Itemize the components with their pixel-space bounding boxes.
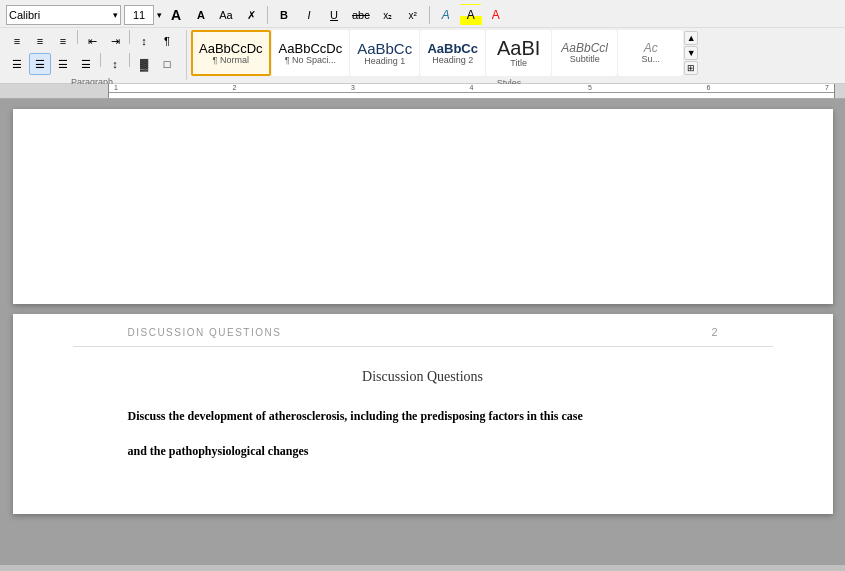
style-subtle[interactable]: Ac Su... (618, 30, 683, 76)
styles-group: AaBbCcDc ¶ Normal AaBbCcDc ¶ No Spaci...… (191, 30, 835, 80)
ribbon-row2: ≡ ≡ ≡ ⇤ ⇥ ↕ ¶ (0, 28, 845, 82)
ribbon: Calibri ▾ 11 ▾ A A Aa ✗ B I U abc x₂ x² … (0, 0, 845, 84)
para-divider2 (129, 30, 130, 44)
document-area: DISCUSSION QUESTIONS 2 Discussion Questi… (0, 99, 845, 565)
doc-body[interactable]: Discuss the development of atheroscleros… (73, 405, 773, 483)
eraser-icon: ✗ (247, 9, 256, 22)
align-left-button[interactable]: ☰ (6, 53, 28, 75)
paragraph-buttons: ≡ ≡ ≡ ⇤ ⇥ ↕ ¶ (6, 30, 178, 75)
clear-formatting-button[interactable]: ✗ (240, 4, 262, 26)
style-h2-label: Heading 2 (432, 55, 473, 65)
increase-indent-button[interactable]: ⇥ (104, 30, 126, 52)
ribbon-row1: Calibri ▾ 11 ▾ A A Aa ✗ B I U abc x₂ x² … (0, 0, 845, 28)
italic-button[interactable]: I (298, 4, 320, 26)
style-h1-label: Heading 1 (364, 56, 405, 66)
para-divider1 (77, 30, 78, 44)
body-bold-text: Discuss the development of atheroscleros… (128, 409, 583, 423)
style-heading1[interactable]: AaBbCc Heading 1 (350, 30, 419, 76)
show-formatting-button[interactable]: ¶ (156, 30, 178, 52)
font-name-box[interactable]: Calibri ▾ (6, 5, 121, 25)
body-paragraph-2: and the pathophysiological changes (128, 440, 718, 463)
styles-scroll-up[interactable]: ▲ (684, 31, 698, 45)
decrease-indent-button[interactable]: ⇤ (81, 30, 103, 52)
bullet-list-icon: ≡ (14, 35, 20, 47)
body-paragraph-1: Discuss the development of atheroscleros… (128, 405, 718, 428)
style-subtitle-preview: AaBbCcl (561, 42, 608, 54)
font-shrink-button[interactable]: A (190, 4, 212, 26)
font-color-button[interactable]: A (485, 4, 507, 26)
style-heading2[interactable]: AaBbCc Heading 2 (420, 30, 485, 76)
bold-button[interactable]: B (273, 4, 295, 26)
style-normal-label: ¶ Normal (213, 55, 249, 65)
line-spacing-button[interactable]: ↕ (104, 53, 126, 75)
page-header: DISCUSSION QUESTIONS 2 (73, 314, 773, 347)
sort-button[interactable]: ↕ (133, 30, 155, 52)
style-title[interactable]: AaBI Title (486, 30, 551, 76)
page-1 (13, 109, 833, 304)
page-2[interactable]: DISCUSSION QUESTIONS 2 Discussion Questi… (13, 314, 833, 514)
highlight-button[interactable]: A (460, 4, 482, 26)
style-title-preview: AaBI (497, 38, 540, 58)
align-right-button[interactable]: ☰ (52, 53, 74, 75)
align-left-icon: ☰ (12, 58, 22, 71)
style-h2-preview: AaBbCc (427, 42, 478, 55)
header-title: DISCUSSION QUESTIONS (128, 327, 282, 338)
align-right-icon: ☰ (58, 58, 68, 71)
change-case-button[interactable]: Aa (215, 4, 237, 26)
strikethrough-button[interactable]: abc (348, 4, 374, 26)
style-subtle-preview: Ac (644, 42, 658, 54)
styles-scroll: ▲ ▼ ⊞ (684, 31, 698, 75)
highlight-icon: A (467, 8, 475, 22)
align-center-icon: ☰ (35, 58, 45, 71)
border-button[interactable]: □ (156, 53, 178, 75)
multilevel-list-button[interactable]: ≡ (52, 30, 74, 52)
divider1 (267, 6, 268, 24)
style-h1-preview: AaBbCc (357, 41, 412, 56)
style-nospace-label: ¶ No Spaci... (285, 55, 336, 65)
justify-button[interactable]: ☰ (75, 53, 97, 75)
font-size-box[interactable]: 11 (124, 5, 154, 25)
numbered-list-icon: ≡ (37, 35, 43, 47)
body-bold-text2: and the pathophysiological changes (128, 444, 309, 458)
styles-buttons: AaBbCcDc ¶ Normal AaBbCcDc ¶ No Spaci...… (191, 30, 827, 76)
style-title-label: Title (510, 58, 527, 68)
styles-scroll-down[interactable]: ▼ (684, 46, 698, 60)
header-num: 2 (711, 326, 717, 338)
style-normal-preview: AaBbCcDc (199, 42, 263, 55)
superscript-button[interactable]: x² (402, 4, 424, 26)
shading-button[interactable]: ▓ (133, 53, 155, 75)
multilevel-list-icon: ≡ (60, 35, 66, 47)
subscript-button[interactable]: x₂ (377, 4, 399, 26)
paragraph-group: ≡ ≡ ≡ ⇤ ⇥ ↕ ¶ (6, 30, 187, 80)
chevron-down-icon[interactable]: ▾ (157, 10, 162, 20)
font-grow-button[interactable]: A (165, 4, 187, 26)
divider2 (429, 6, 430, 24)
numbered-list-button[interactable]: ≡ (29, 30, 51, 52)
styles-more[interactable]: ⊞ (684, 61, 698, 75)
style-normal[interactable]: AaBbCcDc ¶ Normal (191, 30, 271, 76)
style-nospace[interactable]: AaBbCcDc ¶ No Spaci... (272, 30, 350, 76)
style-nospace-preview: AaBbCcDc (279, 42, 343, 55)
para-divider3 (100, 53, 101, 67)
underline-button[interactable]: U (323, 4, 345, 26)
align-center-button[interactable]: ☰ (29, 53, 51, 75)
doc-title: Discussion Questions (73, 369, 773, 385)
justify-icon: ☰ (81, 58, 91, 71)
ruler: 1 2 3 4 5 6 7 (0, 84, 845, 99)
font-color-icon: A (492, 8, 500, 22)
text-effects-button[interactable]: A (435, 4, 457, 26)
style-subtitle-label: Subtitle (570, 54, 600, 64)
para-divider4 (129, 53, 130, 67)
bullet-list-button[interactable]: ≡ (6, 30, 28, 52)
style-subtitle[interactable]: AaBbCcl Subtitle (552, 30, 617, 76)
style-subtle-label: Su... (641, 54, 660, 64)
